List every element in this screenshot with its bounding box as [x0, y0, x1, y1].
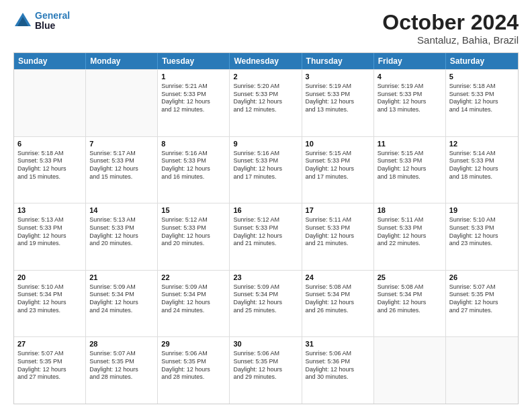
calendar-cell: 24Sunrise: 5:08 AM Sunset: 5:34 PM Dayli… [302, 271, 374, 337]
day-number: 23 [233, 273, 298, 283]
calendar-cell: 9Sunrise: 5:16 AM Sunset: 5:33 PM Daylig… [230, 137, 302, 203]
calendar-cell: 22Sunrise: 5:09 AM Sunset: 5:34 PM Dayli… [158, 271, 230, 337]
calendar-cell: 4Sunrise: 5:19 AM Sunset: 5:33 PM Daylig… [374, 70, 446, 136]
calendar-cell: 6Sunrise: 5:18 AM Sunset: 5:33 PM Daylig… [14, 137, 86, 203]
day-number: 28 [89, 339, 154, 349]
calendar-body: 1Sunrise: 5:21 AM Sunset: 5:33 PM Daylig… [14, 69, 518, 404]
calendar-week: 13Sunrise: 5:13 AM Sunset: 5:33 PM Dayli… [14, 203, 518, 270]
calendar-cell: 20Sunrise: 5:10 AM Sunset: 5:34 PM Dayli… [14, 271, 86, 337]
day-number: 15 [161, 205, 226, 216]
day-info: Sunrise: 5:19 AM Sunset: 5:33 PM Dayligh… [306, 83, 370, 114]
day-info: Sunrise: 5:08 AM Sunset: 5:34 PM Dayligh… [306, 283, 370, 315]
logo: General Blue [13, 11, 70, 32]
day-info: Sunrise: 5:16 AM Sunset: 5:33 PM Dayligh… [233, 150, 298, 181]
day-number: 19 [449, 205, 515, 216]
day-info: Sunrise: 5:18 AM Sunset: 5:33 PM Dayligh… [449, 83, 515, 114]
day-info: Sunrise: 5:06 AM Sunset: 5:36 PM Dayligh… [306, 350, 370, 381]
day-number: 14 [89, 205, 154, 216]
day-number: 21 [89, 273, 154, 283]
day-info: Sunrise: 5:06 AM Sunset: 5:35 PM Dayligh… [161, 350, 226, 381]
day-info: Sunrise: 5:09 AM Sunset: 5:34 PM Dayligh… [233, 283, 298, 315]
day-info: Sunrise: 5:21 AM Sunset: 5:33 PM Dayligh… [161, 83, 226, 114]
day-number: 8 [161, 139, 226, 149]
calendar-cell [446, 337, 518, 404]
weekday-header: Saturday [446, 53, 518, 69]
calendar-cell: 27Sunrise: 5:07 AM Sunset: 5:35 PM Dayli… [14, 337, 86, 404]
day-number: 3 [306, 72, 370, 82]
calendar-cell: 18Sunrise: 5:11 AM Sunset: 5:33 PM Dayli… [374, 203, 446, 270]
day-number: 4 [378, 72, 442, 82]
day-number: 30 [233, 339, 298, 349]
calendar-cell: 28Sunrise: 5:07 AM Sunset: 5:35 PM Dayli… [86, 337, 158, 404]
day-number: 16 [233, 205, 298, 216]
page: General Blue October 2024 Santaluz, Bahi… [0, 0, 532, 411]
day-info: Sunrise: 5:14 AM Sunset: 5:33 PM Dayligh… [449, 150, 515, 181]
day-number: 5 [449, 72, 515, 82]
calendar-cell: 11Sunrise: 5:15 AM Sunset: 5:33 PM Dayli… [374, 137, 446, 203]
day-number: 24 [306, 273, 370, 283]
day-number: 26 [449, 273, 515, 283]
day-number: 29 [161, 339, 226, 349]
day-info: Sunrise: 5:17 AM Sunset: 5:33 PM Dayligh… [89, 150, 154, 181]
weekday-header: Wednesday [230, 53, 302, 69]
calendar-cell: 23Sunrise: 5:09 AM Sunset: 5:34 PM Dayli… [230, 271, 302, 337]
calendar-cell: 1Sunrise: 5:21 AM Sunset: 5:33 PM Daylig… [158, 70, 230, 136]
day-number: 13 [17, 205, 82, 216]
calendar-cell: 5Sunrise: 5:18 AM Sunset: 5:33 PM Daylig… [446, 70, 518, 136]
day-info: Sunrise: 5:09 AM Sunset: 5:34 PM Dayligh… [161, 283, 226, 315]
calendar-cell: 15Sunrise: 5:12 AM Sunset: 5:33 PM Dayli… [158, 203, 230, 270]
calendar-cell: 25Sunrise: 5:08 AM Sunset: 5:34 PM Dayli… [374, 271, 446, 337]
main-title: October 2024 [382, 11, 519, 34]
calendar-week: 6Sunrise: 5:18 AM Sunset: 5:33 PM Daylig… [14, 136, 518, 203]
weekday-header: Friday [374, 53, 446, 69]
calendar-week: 27Sunrise: 5:07 AM Sunset: 5:35 PM Dayli… [14, 336, 518, 404]
calendar-cell: 29Sunrise: 5:06 AM Sunset: 5:35 PM Dayli… [158, 337, 230, 404]
header: General Blue October 2024 Santaluz, Bahi… [13, 11, 519, 46]
day-info: Sunrise: 5:10 AM Sunset: 5:33 PM Dayligh… [449, 216, 515, 248]
calendar-cell: 8Sunrise: 5:16 AM Sunset: 5:33 PM Daylig… [158, 137, 230, 203]
weekday-header: Monday [86, 53, 158, 69]
day-info: Sunrise: 5:13 AM Sunset: 5:33 PM Dayligh… [17, 216, 82, 248]
logo-text: General Blue [35, 11, 70, 32]
day-number: 7 [89, 139, 154, 149]
day-info: Sunrise: 5:19 AM Sunset: 5:33 PM Dayligh… [378, 83, 442, 114]
day-number: 20 [17, 273, 82, 283]
day-number: 27 [17, 339, 82, 349]
calendar-cell [14, 70, 86, 136]
day-info: Sunrise: 5:07 AM Sunset: 5:35 PM Dayligh… [89, 350, 154, 381]
day-number: 31 [306, 339, 370, 349]
day-info: Sunrise: 5:09 AM Sunset: 5:34 PM Dayligh… [89, 283, 154, 315]
calendar-cell [86, 70, 158, 136]
day-info: Sunrise: 5:16 AM Sunset: 5:33 PM Dayligh… [161, 150, 226, 181]
sub-title: Santaluz, Bahia, Brazil [382, 34, 519, 46]
day-info: Sunrise: 5:20 AM Sunset: 5:33 PM Dayligh… [233, 83, 298, 114]
calendar-week: 1Sunrise: 5:21 AM Sunset: 5:33 PM Daylig… [14, 69, 518, 136]
day-number: 12 [449, 139, 515, 149]
calendar-header: SundayMondayTuesdayWednesdayThursdayFrid… [14, 53, 518, 69]
calendar-cell: 19Sunrise: 5:10 AM Sunset: 5:33 PM Dayli… [446, 203, 518, 270]
weekday-header: Sunday [14, 53, 86, 69]
day-info: Sunrise: 5:12 AM Sunset: 5:33 PM Dayligh… [233, 216, 298, 248]
day-info: Sunrise: 5:10 AM Sunset: 5:34 PM Dayligh… [17, 283, 82, 315]
day-info: Sunrise: 5:15 AM Sunset: 5:33 PM Dayligh… [306, 150, 370, 181]
day-info: Sunrise: 5:07 AM Sunset: 5:35 PM Dayligh… [17, 350, 82, 381]
day-number: 6 [17, 139, 82, 149]
day-number: 11 [378, 139, 442, 149]
day-number: 2 [233, 72, 298, 82]
day-info: Sunrise: 5:13 AM Sunset: 5:33 PM Dayligh… [89, 216, 154, 248]
weekday-header: Tuesday [158, 53, 230, 69]
day-info: Sunrise: 5:06 AM Sunset: 5:35 PM Dayligh… [233, 350, 298, 381]
day-info: Sunrise: 5:12 AM Sunset: 5:33 PM Dayligh… [161, 216, 226, 248]
day-info: Sunrise: 5:11 AM Sunset: 5:33 PM Dayligh… [306, 216, 370, 248]
day-number: 25 [378, 273, 442, 283]
logo-icon [13, 11, 32, 30]
day-number: 18 [378, 205, 442, 216]
day-number: 17 [306, 205, 370, 216]
title-block: October 2024 Santaluz, Bahia, Brazil [382, 11, 519, 46]
calendar-cell: 21Sunrise: 5:09 AM Sunset: 5:34 PM Dayli… [86, 271, 158, 337]
calendar-cell: 16Sunrise: 5:12 AM Sunset: 5:33 PM Dayli… [230, 203, 302, 270]
calendar-cell: 12Sunrise: 5:14 AM Sunset: 5:33 PM Dayli… [446, 137, 518, 203]
day-info: Sunrise: 5:11 AM Sunset: 5:33 PM Dayligh… [378, 216, 442, 248]
calendar-cell: 26Sunrise: 5:07 AM Sunset: 5:35 PM Dayli… [446, 271, 518, 337]
calendar-week: 20Sunrise: 5:10 AM Sunset: 5:34 PM Dayli… [14, 270, 518, 337]
